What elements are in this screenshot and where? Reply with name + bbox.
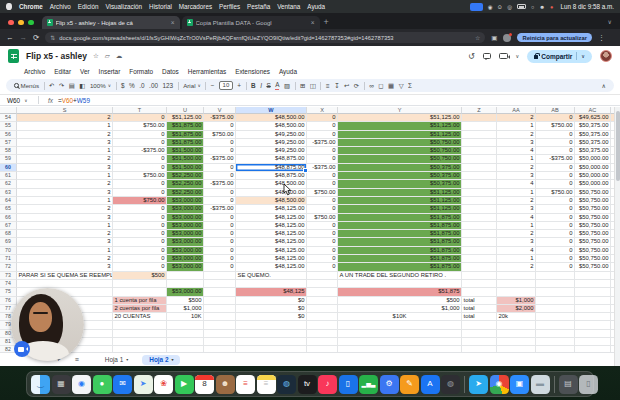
cell-S69[interactable]: 3 [17, 238, 113, 246]
number-format-icon[interactable]: 123 [163, 82, 174, 90]
cell-AC68[interactable]: $50,750.00 [575, 230, 611, 238]
cell-Z78[interactable]: total [462, 313, 497, 321]
cell-T72[interactable]: 0 [113, 263, 167, 271]
cell-W69[interactable]: $48,125.00 [236, 238, 307, 246]
cell-W73[interactable]: SE QUEMO. [236, 272, 307, 280]
chrome-menu-icon[interactable]: ⋮ [598, 34, 605, 42]
cell-AA66[interactable]: 4 [497, 214, 536, 222]
address-bar[interactable]: ⇅ docs.google.com/spreadsheets/d/1fsSyGH… [45, 32, 485, 43]
cell-S64[interactable]: 1 [17, 197, 113, 205]
cell-V75[interactable] [204, 288, 236, 296]
meet-icon[interactable] [499, 53, 508, 59]
decimal-decrease-icon[interactable]: .0 [139, 82, 144, 90]
meet-dropdown-icon[interactable]: ∨ [516, 53, 520, 59]
minimize-window-button[interactable] [18, 20, 24, 26]
cell-W81[interactable] [236, 338, 307, 346]
collapse-toolbar-icon[interactable]: ∧ [602, 82, 606, 89]
cell-AB81[interactable] [536, 338, 575, 346]
bold-icon[interactable]: B [251, 82, 256, 90]
cell-Z73[interactable] [462, 272, 497, 280]
tab-search-button[interactable]: ∨ [600, 18, 620, 29]
cell-U65[interactable]: $53,000.00 [167, 205, 204, 213]
dock-icon-downloads[interactable]: ▤ [559, 375, 578, 394]
cell-W71[interactable]: $48,125.00 [236, 255, 307, 263]
cell-S65[interactable]: 2 [17, 205, 113, 213]
cell-W59[interactable]: $48,875.00 [236, 155, 307, 163]
document-title[interactable]: Flip x5 - ashley [26, 51, 87, 61]
cell-X69[interactable]: 0 [307, 238, 338, 246]
cell-S58[interactable]: 1 [17, 147, 113, 155]
row-header-70[interactable]: 70 [0, 247, 17, 255]
cell-S71[interactable]: 2 [17, 255, 113, 263]
dock-icon-numbers[interactable]: ▂▅▃ [359, 375, 378, 394]
cell-T69[interactable]: 0 [113, 238, 167, 246]
cell-U68[interactable]: $53,000.00 [167, 230, 204, 238]
all-sheets-button[interactable]: ≡ [75, 356, 79, 363]
cell-AC58[interactable]: $50,375.00 [575, 147, 611, 155]
decrease-font-button[interactable]: − [211, 82, 215, 90]
row-header-58[interactable]: 58 [0, 147, 17, 155]
cell-X75[interactable] [307, 288, 338, 296]
redo-icon[interactable]: ↷ [59, 82, 64, 90]
cell-W54[interactable]: $48,500.00 [236, 114, 307, 122]
cell-U66[interactable]: $53,000.00 [167, 214, 204, 222]
browser-tab-2[interactable]: Copia Plantilla DATA - Googl× [182, 16, 320, 29]
cell-X59[interactable]: 0 [307, 155, 338, 163]
cell-V60[interactable]: 0 [204, 164, 236, 172]
close-tab-icon[interactable]: × [171, 19, 175, 26]
cell-Y62[interactable]: $50,375.00 [338, 180, 462, 188]
cell-Y72[interactable]: $51,875.00 [338, 263, 462, 271]
sheets-menu-datos[interactable]: Datos [162, 68, 179, 75]
cell-AC59[interactable]: $50,000.00 [575, 155, 611, 163]
cell-S57[interactable]: 3 [17, 139, 113, 147]
sheet-tab-dropdown-icon[interactable]: ▾ [171, 357, 173, 362]
column-header-W[interactable]: W [236, 107, 307, 114]
meet-camera-icon[interactable]: ◉ [488, 4, 493, 10]
row-header-71[interactable]: 71 [0, 255, 17, 263]
dock-icon-facetime[interactable]: ▶ [175, 375, 194, 394]
column-header-Z[interactable]: Z [462, 107, 497, 114]
cell-AB66[interactable]: 0 [536, 214, 575, 222]
row-header-74[interactable]: 74 [0, 280, 17, 288]
row-header-60[interactable]: 60 [0, 164, 17, 172]
cell-V55[interactable]: 0 [204, 122, 236, 130]
cell-W76[interactable]: $0 [236, 297, 307, 305]
cell-Z75[interactable] [462, 288, 497, 296]
name-box[interactable]: W60 ∨ [0, 97, 34, 104]
cell-Y67[interactable]: $51,875.00 [338, 222, 462, 230]
cell-AB77[interactable] [536, 305, 575, 313]
cell-V69[interactable]: 0 [204, 238, 236, 246]
cell-AC61[interactable]: $50,000.00 [575, 172, 611, 180]
cell-S70[interactable]: 1 [17, 247, 113, 255]
cell-W58[interactable]: $49,250.00 [236, 147, 307, 155]
menu-bar-item-archivo[interactable]: Archivo [50, 3, 71, 10]
cell-T65[interactable]: 0 [113, 205, 167, 213]
fill-color-icon[interactable]: ▨ [284, 82, 290, 90]
cell-AC62[interactable]: $50,000.00 [575, 180, 611, 188]
cell-W64[interactable]: $48,500.00 [236, 197, 307, 205]
cell-W72[interactable]: $48,125.00 [236, 263, 307, 271]
cell-T80[interactable] [113, 330, 167, 338]
webcam-control-button[interactable] [14, 341, 30, 357]
apple-menu-icon[interactable] [6, 3, 12, 10]
cell-Z63[interactable] [462, 189, 497, 197]
column-header-X[interactable]: X [307, 107, 338, 114]
cell-U56[interactable]: $51,875.00 [167, 131, 204, 139]
cell-U76[interactable]: $500 [167, 297, 204, 305]
sheet-tab-hoja-1[interactable]: Hoja 1▾ [105, 356, 129, 363]
row-header-73[interactable]: 73 [0, 272, 17, 280]
menu-bar-item-visualización[interactable]: Visualización [105, 3, 142, 10]
cell-X81[interactable] [307, 338, 338, 346]
cell-AA68[interactable]: 2 [497, 230, 536, 238]
cell-V79[interactable] [204, 321, 236, 329]
cell-Y54[interactable]: $51,125.00 [338, 114, 462, 122]
print-icon[interactable]: ▤ [69, 82, 75, 90]
cell-W55[interactable]: $48,500.00 [236, 122, 307, 130]
cell-Y71[interactable]: $51,875.00 [338, 255, 462, 263]
cell-Z80[interactable] [462, 330, 497, 338]
cell-T73[interactable]: $500 [113, 272, 167, 280]
dock-icon-reminders[interactable]: ≡ [236, 375, 255, 394]
cell-V71[interactable]: 0 [204, 255, 236, 263]
search-icon[interactable]: ○ [531, 4, 534, 10]
menu-bar-item-chrome[interactable]: Chrome [19, 3, 43, 10]
